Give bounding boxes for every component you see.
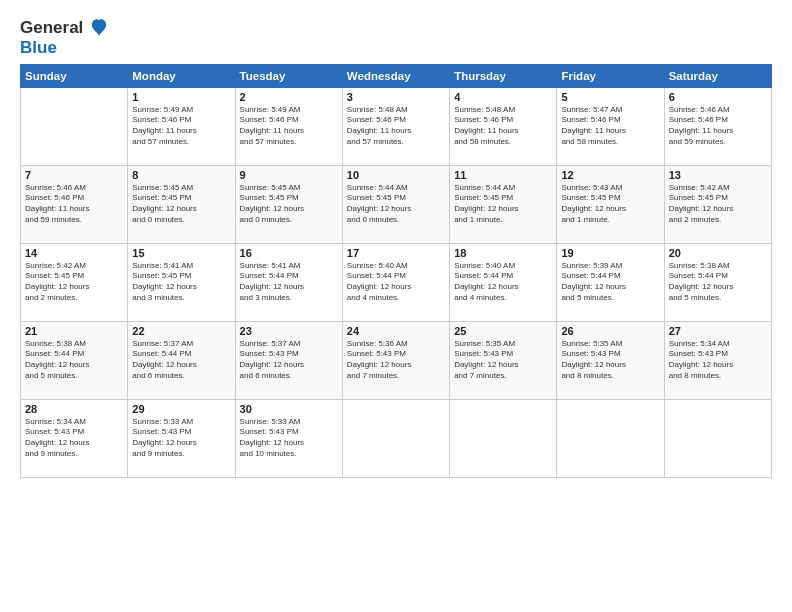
- cell-info: Sunrise: 5:39 AM Sunset: 5:44 PM Dayligh…: [561, 261, 659, 304]
- day-number: 20: [669, 247, 767, 259]
- cell-info: Sunrise: 5:41 AM Sunset: 5:45 PM Dayligh…: [132, 261, 230, 304]
- cell-1-1: [21, 87, 128, 165]
- cell-3-5: 18Sunrise: 5:40 AM Sunset: 5:44 PM Dayli…: [450, 243, 557, 321]
- day-number: 21: [25, 325, 123, 337]
- cell-info: Sunrise: 5:40 AM Sunset: 5:44 PM Dayligh…: [454, 261, 552, 304]
- cell-1-5: 4Sunrise: 5:48 AM Sunset: 5:46 PM Daylig…: [450, 87, 557, 165]
- week-row-2: 7Sunrise: 5:46 AM Sunset: 5:46 PM Daylig…: [21, 165, 772, 243]
- cell-1-2: 1Sunrise: 5:49 AM Sunset: 5:46 PM Daylig…: [128, 87, 235, 165]
- day-number: 6: [669, 91, 767, 103]
- day-number: 28: [25, 403, 123, 415]
- cell-info: Sunrise: 5:35 AM Sunset: 5:43 PM Dayligh…: [561, 339, 659, 382]
- col-header-saturday: Saturday: [664, 64, 771, 87]
- cell-info: Sunrise: 5:49 AM Sunset: 5:46 PM Dayligh…: [240, 105, 338, 148]
- col-header-monday: Monday: [128, 64, 235, 87]
- cell-4-1: 21Sunrise: 5:38 AM Sunset: 5:44 PM Dayli…: [21, 321, 128, 399]
- day-number: 9: [240, 169, 338, 181]
- cell-5-2: 29Sunrise: 5:33 AM Sunset: 5:43 PM Dayli…: [128, 399, 235, 477]
- cell-4-5: 25Sunrise: 5:35 AM Sunset: 5:43 PM Dayli…: [450, 321, 557, 399]
- day-number: 3: [347, 91, 445, 103]
- day-number: 27: [669, 325, 767, 337]
- day-number: 16: [240, 247, 338, 259]
- calendar-page: General Blue SundayMondayTuesdayWednesda…: [0, 0, 792, 612]
- cell-info: Sunrise: 5:37 AM Sunset: 5:43 PM Dayligh…: [240, 339, 338, 382]
- cell-info: Sunrise: 5:44 AM Sunset: 5:45 PM Dayligh…: [347, 183, 445, 226]
- cell-3-1: 14Sunrise: 5:42 AM Sunset: 5:45 PM Dayli…: [21, 243, 128, 321]
- day-number: 12: [561, 169, 659, 181]
- day-number: 2: [240, 91, 338, 103]
- day-number: 11: [454, 169, 552, 181]
- col-header-friday: Friday: [557, 64, 664, 87]
- col-header-tuesday: Tuesday: [235, 64, 342, 87]
- cell-2-6: 12Sunrise: 5:43 AM Sunset: 5:45 PM Dayli…: [557, 165, 664, 243]
- cell-3-3: 16Sunrise: 5:41 AM Sunset: 5:44 PM Dayli…: [235, 243, 342, 321]
- col-header-sunday: Sunday: [21, 64, 128, 87]
- cell-info: Sunrise: 5:48 AM Sunset: 5:46 PM Dayligh…: [454, 105, 552, 148]
- day-number: 10: [347, 169, 445, 181]
- cell-info: Sunrise: 5:45 AM Sunset: 5:45 PM Dayligh…: [132, 183, 230, 226]
- cell-info: Sunrise: 5:33 AM Sunset: 5:43 PM Dayligh…: [240, 417, 338, 460]
- cell-info: Sunrise: 5:38 AM Sunset: 5:44 PM Dayligh…: [669, 261, 767, 304]
- cell-3-6: 19Sunrise: 5:39 AM Sunset: 5:44 PM Dayli…: [557, 243, 664, 321]
- header-row: SundayMondayTuesdayWednesdayThursdayFrid…: [21, 64, 772, 87]
- cell-3-2: 15Sunrise: 5:41 AM Sunset: 5:45 PM Dayli…: [128, 243, 235, 321]
- cell-info: Sunrise: 5:34 AM Sunset: 5:43 PM Dayligh…: [25, 417, 123, 460]
- day-number: 29: [132, 403, 230, 415]
- cell-1-3: 2Sunrise: 5:49 AM Sunset: 5:46 PM Daylig…: [235, 87, 342, 165]
- day-number: 24: [347, 325, 445, 337]
- cell-info: Sunrise: 5:35 AM Sunset: 5:43 PM Dayligh…: [454, 339, 552, 382]
- cell-info: Sunrise: 5:42 AM Sunset: 5:45 PM Dayligh…: [25, 261, 123, 304]
- week-row-1: 1Sunrise: 5:49 AM Sunset: 5:46 PM Daylig…: [21, 87, 772, 165]
- col-header-thursday: Thursday: [450, 64, 557, 87]
- header: General Blue: [20, 18, 772, 58]
- day-number: 4: [454, 91, 552, 103]
- cell-4-3: 23Sunrise: 5:37 AM Sunset: 5:43 PM Dayli…: [235, 321, 342, 399]
- day-number: 17: [347, 247, 445, 259]
- week-row-4: 21Sunrise: 5:38 AM Sunset: 5:44 PM Dayli…: [21, 321, 772, 399]
- cell-info: Sunrise: 5:46 AM Sunset: 5:46 PM Dayligh…: [25, 183, 123, 226]
- day-number: 23: [240, 325, 338, 337]
- cell-info: Sunrise: 5:34 AM Sunset: 5:43 PM Dayligh…: [669, 339, 767, 382]
- cell-2-1: 7Sunrise: 5:46 AM Sunset: 5:46 PM Daylig…: [21, 165, 128, 243]
- cell-info: Sunrise: 5:49 AM Sunset: 5:46 PM Dayligh…: [132, 105, 230, 148]
- day-number: 25: [454, 325, 552, 337]
- cell-2-5: 11Sunrise: 5:44 AM Sunset: 5:45 PM Dayli…: [450, 165, 557, 243]
- cell-info: Sunrise: 5:40 AM Sunset: 5:44 PM Dayligh…: [347, 261, 445, 304]
- day-number: 5: [561, 91, 659, 103]
- cell-info: Sunrise: 5:42 AM Sunset: 5:45 PM Dayligh…: [669, 183, 767, 226]
- day-number: 8: [132, 169, 230, 181]
- cell-4-6: 26Sunrise: 5:35 AM Sunset: 5:43 PM Dayli…: [557, 321, 664, 399]
- col-header-wednesday: Wednesday: [342, 64, 449, 87]
- day-number: 1: [132, 91, 230, 103]
- week-row-5: 28Sunrise: 5:34 AM Sunset: 5:43 PM Dayli…: [21, 399, 772, 477]
- logo-bird-icon: [90, 18, 108, 40]
- cell-info: Sunrise: 5:36 AM Sunset: 5:43 PM Dayligh…: [347, 339, 445, 382]
- cell-5-5: [450, 399, 557, 477]
- day-number: 13: [669, 169, 767, 181]
- day-number: 22: [132, 325, 230, 337]
- logo: General Blue: [20, 18, 108, 58]
- day-number: 14: [25, 247, 123, 259]
- cell-info: Sunrise: 5:41 AM Sunset: 5:44 PM Dayligh…: [240, 261, 338, 304]
- cell-info: Sunrise: 5:44 AM Sunset: 5:45 PM Dayligh…: [454, 183, 552, 226]
- day-number: 7: [25, 169, 123, 181]
- cell-info: Sunrise: 5:46 AM Sunset: 5:46 PM Dayligh…: [669, 105, 767, 148]
- day-number: 30: [240, 403, 338, 415]
- cell-5-3: 30Sunrise: 5:33 AM Sunset: 5:43 PM Dayli…: [235, 399, 342, 477]
- cell-1-7: 6Sunrise: 5:46 AM Sunset: 5:46 PM Daylig…: [664, 87, 771, 165]
- cell-4-4: 24Sunrise: 5:36 AM Sunset: 5:43 PM Dayli…: [342, 321, 449, 399]
- cell-1-4: 3Sunrise: 5:48 AM Sunset: 5:46 PM Daylig…: [342, 87, 449, 165]
- cell-info: Sunrise: 5:47 AM Sunset: 5:46 PM Dayligh…: [561, 105, 659, 148]
- cell-5-7: [664, 399, 771, 477]
- cell-info: Sunrise: 5:43 AM Sunset: 5:45 PM Dayligh…: [561, 183, 659, 226]
- cell-info: Sunrise: 5:45 AM Sunset: 5:45 PM Dayligh…: [240, 183, 338, 226]
- cell-4-2: 22Sunrise: 5:37 AM Sunset: 5:44 PM Dayli…: [128, 321, 235, 399]
- day-number: 19: [561, 247, 659, 259]
- cell-info: Sunrise: 5:37 AM Sunset: 5:44 PM Dayligh…: [132, 339, 230, 382]
- cell-1-6: 5Sunrise: 5:47 AM Sunset: 5:46 PM Daylig…: [557, 87, 664, 165]
- day-number: 18: [454, 247, 552, 259]
- cell-4-7: 27Sunrise: 5:34 AM Sunset: 5:43 PM Dayli…: [664, 321, 771, 399]
- cell-2-3: 9Sunrise: 5:45 AM Sunset: 5:45 PM Daylig…: [235, 165, 342, 243]
- cell-info: Sunrise: 5:33 AM Sunset: 5:43 PM Dayligh…: [132, 417, 230, 460]
- cell-5-6: [557, 399, 664, 477]
